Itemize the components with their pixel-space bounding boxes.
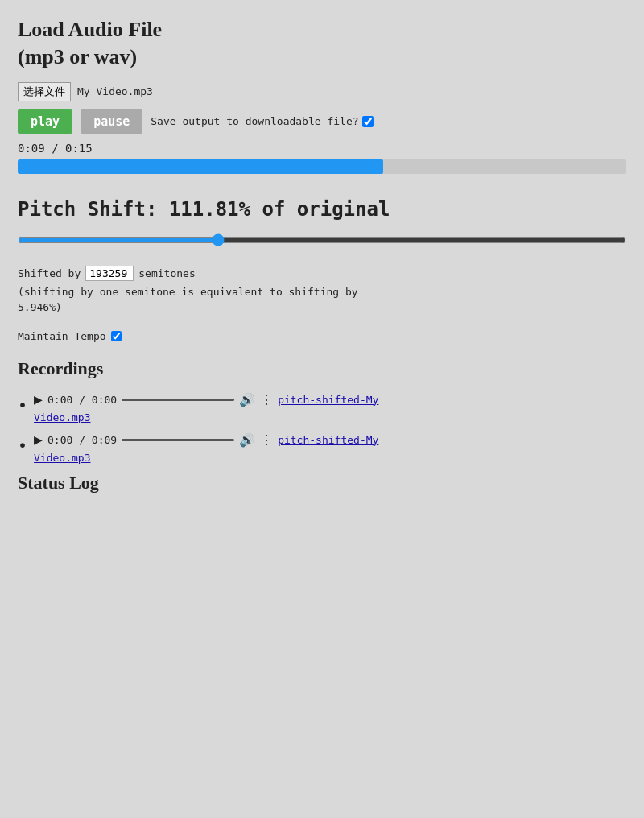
pitch-slider[interactable] xyxy=(18,232,626,248)
pitch-slider-container xyxy=(18,232,626,251)
maintain-tempo-checkbox[interactable] xyxy=(111,331,122,341)
recording-item-1: • ▶ 0:00 / 0:00 🔊 ⋮ pitch-shifted-My Vid… xyxy=(18,392,626,424)
progress-bar-container[interactable] xyxy=(18,159,626,174)
semitone-note: (shifting by one semitone is equivalent … xyxy=(18,284,626,316)
audio-link-2b[interactable]: Video.mp3 xyxy=(34,452,90,464)
status-log-title: Status Log xyxy=(18,473,626,494)
semitones-row: Shifted by semitones xyxy=(18,266,626,281)
audio-link-1[interactable]: pitch-shifted-My xyxy=(278,394,378,406)
audio-link-row-1: Video.mp3 xyxy=(34,409,378,424)
semitones-unit: semitones xyxy=(138,267,195,279)
audio-time-1: 0:00 / 0:00 xyxy=(47,394,117,406)
audio-player-row-1: ▶ 0:00 / 0:00 🔊 ⋮ pitch-shifted-My xyxy=(34,392,378,407)
audio-more-icon-2[interactable]: ⋮ xyxy=(260,432,273,448)
maintain-tempo-label: Maintain Tempo xyxy=(18,330,106,342)
save-label: Save output to downloadable file? xyxy=(151,115,373,127)
audio-seek-bar-1[interactable] xyxy=(122,399,234,401)
load-audio-title: Load Audio File (mp3 or wav) xyxy=(18,16,626,71)
recordings-title: Recordings xyxy=(18,358,626,379)
controls-row: play pause Save output to downloadable f… xyxy=(18,109,626,134)
pause-button[interactable]: pause xyxy=(80,109,142,134)
maintain-tempo-row: Maintain Tempo xyxy=(18,330,626,342)
play-button[interactable]: play xyxy=(18,109,72,134)
file-name-display: My Video.mp3 xyxy=(77,85,153,97)
progress-bar-fill xyxy=(18,159,383,174)
recording-content-1: ▶ 0:00 / 0:00 🔊 ⋮ pitch-shifted-My Video… xyxy=(34,392,378,424)
audio-link-1b[interactable]: Video.mp3 xyxy=(34,411,90,423)
audio-more-icon-1[interactable]: ⋮ xyxy=(260,392,273,407)
semitones-input[interactable] xyxy=(85,266,134,281)
audio-link-2[interactable]: pitch-shifted-My xyxy=(278,434,378,446)
audio-volume-icon-1[interactable]: 🔊 xyxy=(239,392,255,407)
bullet-2: • xyxy=(18,432,27,458)
save-output-text: Save output to downloadable file? xyxy=(151,115,358,127)
audio-play-button-1[interactable]: ▶ xyxy=(34,393,43,406)
recording-content-2: ▶ 0:00 / 0:09 🔊 ⋮ pitch-shifted-My Video… xyxy=(34,432,378,465)
audio-player-row-2: ▶ 0:00 / 0:09 🔊 ⋮ pitch-shifted-My xyxy=(34,432,378,448)
audio-link-row-2: Video.mp3 xyxy=(34,449,378,465)
audio-time-2: 0:00 / 0:09 xyxy=(47,434,117,446)
time-display: 0:09 / 0:15 xyxy=(18,142,626,155)
audio-seek-bar-2[interactable] xyxy=(122,439,234,441)
bullet-1: • xyxy=(18,392,27,418)
pitch-shift-title: Pitch Shift: 111.81% of original xyxy=(18,198,626,221)
recording-item-2: • ▶ 0:00 / 0:09 🔊 ⋮ pitch-shifted-My Vid… xyxy=(18,432,626,465)
audio-play-button-2[interactable]: ▶ xyxy=(34,433,43,446)
audio-volume-icon-2[interactable]: 🔊 xyxy=(239,432,255,448)
save-checkbox[interactable] xyxy=(362,116,374,127)
choose-file-button[interactable]: 选择文件 xyxy=(18,82,71,101)
file-row: 选择文件 My Video.mp3 xyxy=(18,82,626,101)
semitones-label: Shifted by xyxy=(18,267,80,279)
